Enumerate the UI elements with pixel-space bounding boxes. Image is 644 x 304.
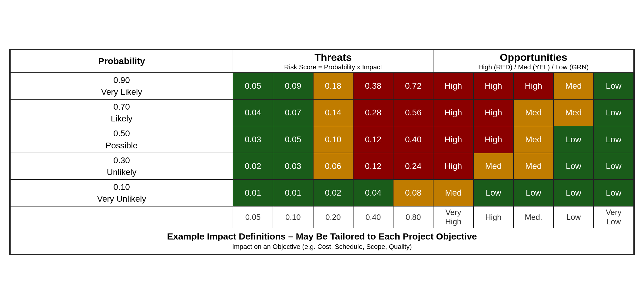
threat-4-1: 0.01 [273,180,313,206]
threats-header: Threats Risk Score = Probability x Impac… [233,50,433,73]
prob-top-4: 0.10 [113,182,130,192]
footer-opp-4: Very Low [593,206,634,228]
threat-2-2: 0.10 [313,126,353,153]
footer-opp-2: Med. [513,206,553,228]
prob-cell-1: 0.70 Likely [10,99,233,126]
threat-4-3: 0.04 [353,180,393,206]
opp-0-0: High [433,73,473,99]
prob-cell-2: 0.50 Possible [10,126,233,153]
footer-opp-1: High [473,206,513,228]
prob-cell-4: 0.10 Very Unlikely [10,180,233,206]
table-row: 0.10 Very Unlikely 0.01 0.01 0.02 0.04 0… [10,180,634,206]
opp-2-3: Low [553,126,593,153]
opp-4-1: Low [473,180,513,206]
threat-1-1: 0.07 [273,99,313,126]
threat-3-3: 0.12 [353,153,393,180]
threat-1-0: 0.04 [233,99,273,126]
threat-3-4: 0.24 [393,153,433,180]
opp-0-1: High [473,73,513,99]
footer-threat-4: 0.80 [393,206,433,228]
footer-empty [10,206,233,228]
prob-top-1: 0.70 [113,102,130,111]
footer-impact-row: 0.05 0.10 0.20 0.40 0.80 Very High High … [10,206,634,228]
opp-3-4: Low [593,153,634,180]
opp-3-3: Low [553,153,593,180]
prob-cell-0: 0.90 Very Likely [10,73,233,99]
footer-note-main: Example Impact Definitions – May Be Tail… [17,231,627,242]
opp-1-1: High [473,99,513,126]
footer-note-cell: Example Impact Definitions – May Be Tail… [10,228,634,254]
table-row: 0.70 Likely 0.04 0.07 0.14 0.28 0.56 Hig… [10,99,634,126]
table-row: 0.50 Possible 0.03 0.05 0.10 0.12 0.40 H… [10,126,634,153]
opps-subtitle: High (RED) / Med (YEL) / Low (GRN) [435,63,632,71]
opp-4-3: Low [553,180,593,206]
threat-1-2: 0.14 [313,99,353,126]
threat-0-1: 0.09 [273,73,313,99]
threat-1-4: 0.56 [393,99,433,126]
opp-0-4: Low [593,73,634,99]
prob-bottom-2: Possible [106,141,138,150]
footer-note-row: Example Impact Definitions – May Be Tail… [10,228,634,254]
opp-1-0: High [433,99,473,126]
prob-bottom-1: Likely [111,114,133,123]
threat-2-0: 0.03 [233,126,273,153]
footer-threat-0: 0.05 [233,206,273,228]
opp-1-3: Med [553,99,593,126]
threat-0-4: 0.72 [393,73,433,99]
footer-threat-2: 0.20 [313,206,353,228]
threat-2-4: 0.40 [393,126,433,153]
threat-4-4: 0.08 [393,180,433,206]
opp-4-2: Low [513,180,553,206]
threat-4-0: 0.01 [233,180,273,206]
threats-title: Threats [235,51,431,63]
threat-0-2: 0.18 [313,73,353,99]
risk-matrix-wrapper: Probability Threats Risk Score = Probabi… [9,49,635,256]
opp-3-1: Med [473,153,513,180]
opp-0-2: High [513,73,553,99]
prob-bottom-4: Very Unlikely [97,194,146,203]
opps-title: Opportunities [435,51,632,63]
table-row: 0.90 Very Likely 0.05 0.09 0.18 0.38 0.7… [10,73,634,99]
threat-4-2: 0.02 [313,180,353,206]
prob-bottom-3: Unlikely [107,167,136,177]
opp-0-3: Med [553,73,593,99]
table-row: 0.30 Unlikely 0.02 0.03 0.06 0.12 0.24 H… [10,153,634,180]
opp-2-1: High [473,126,513,153]
header-row: Probability Threats Risk Score = Probabi… [10,50,634,73]
corner-probability: Probability [10,50,233,73]
opp-4-0: Med [433,180,473,206]
threat-3-1: 0.03 [273,153,313,180]
opp-2-2: Med [513,126,553,153]
footer-note-sub: Impact on an Objective (e.g. Cost, Sched… [17,243,627,251]
threat-2-1: 0.05 [273,126,313,153]
threat-3-0: 0.02 [233,153,273,180]
prob-bottom-0: Very Likely [101,87,142,97]
opps-header: Opportunities High (RED) / Med (YEL) / L… [433,50,634,73]
opp-1-4: Low [593,99,634,126]
threat-1-3: 0.28 [353,99,393,126]
probability-header-label: Probability [98,56,145,66]
footer-opp-3: Low [553,206,593,228]
prob-top-3: 0.30 [113,156,130,165]
opp-4-4: Low [593,180,634,206]
risk-matrix-table: Probability Threats Risk Score = Probabi… [10,50,634,255]
footer-threat-1: 0.10 [273,206,313,228]
opp-2-0: High [433,126,473,153]
opp-1-2: Med [513,99,553,126]
threat-3-2: 0.06 [313,153,353,180]
footer-opp-0: Very High [433,206,473,228]
opp-2-4: Low [593,126,634,153]
opp-3-0: High [433,153,473,180]
prob-cell-3: 0.30 Unlikely [10,153,233,180]
opp-3-2: Med [513,153,553,180]
threat-0-0: 0.05 [233,73,273,99]
threats-subtitle: Risk Score = Probability x Impact [235,63,431,71]
threat-0-3: 0.38 [353,73,393,99]
threat-2-3: 0.12 [353,126,393,153]
footer-threat-3: 0.40 [353,206,393,228]
prob-top-0: 0.90 [113,75,130,85]
prob-top-2: 0.50 [113,129,130,138]
